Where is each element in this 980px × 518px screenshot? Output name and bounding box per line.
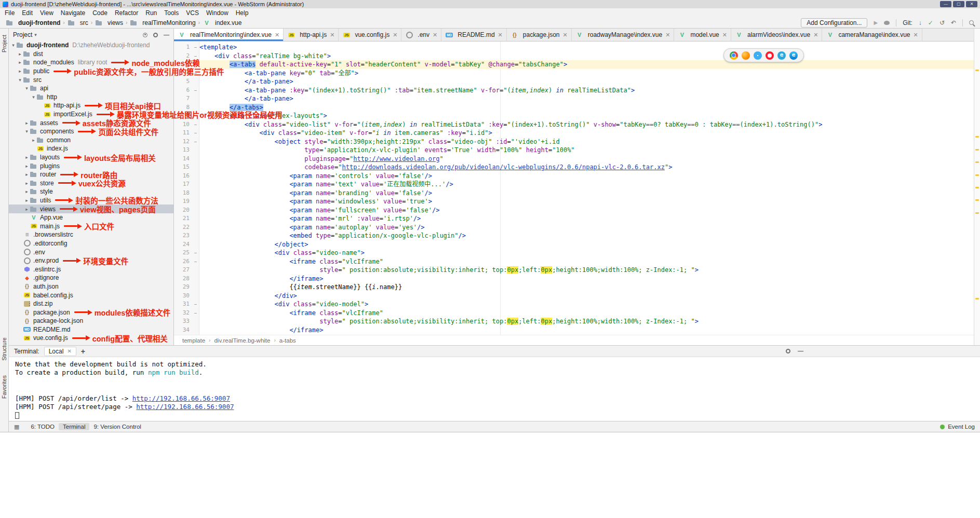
- tree-item-components[interactable]: ▾components页面公共组件文件: [9, 127, 173, 136]
- status-item-6-todo[interactable]: 6: TODO: [26, 423, 59, 430]
- menu-item-tools[interactable]: Tools: [160, 9, 182, 17]
- tree-item-layouts[interactable]: ▸layoutslayouts全局布局相关: [9, 153, 173, 162]
- event-log-button[interactable]: Event Log: [940, 424, 975, 430]
- tree-item-eslintrc-js[interactable]: .eslintrc.js: [9, 265, 173, 274]
- code-line-11[interactable]: 11− <div class="video-item" v-for="i in …: [174, 129, 974, 138]
- breadcrumb-item-src[interactable]: src: [66, 19, 90, 26]
- ie-icon[interactable]: e: [777, 51, 786, 60]
- code-line-24[interactable]: 24 </object>: [174, 240, 974, 249]
- editor-breadcrumb-item-a-tabs[interactable]: a-tabs: [279, 337, 296, 344]
- tree-item-api[interactable]: ▾api: [9, 84, 173, 93]
- code-line-28[interactable]: 28 </iframe>: [174, 275, 974, 283]
- tree-item-views[interactable]: ▸viewsview视图、pages页面: [9, 205, 173, 213]
- chevron-right-icon[interactable]: ▸: [24, 189, 30, 194]
- code-line-23[interactable]: 23 <embed type="application/x-google-vlc…: [174, 231, 974, 240]
- fold-icon[interactable]: −: [192, 249, 199, 257]
- tool-button-favorites[interactable]: Favorites: [1, 375, 7, 399]
- error-stripe[interactable]: [974, 29, 980, 345]
- code-line-32[interactable]: 32− <iframe class="vlcIframe": [174, 309, 974, 318]
- menu-item-edit[interactable]: Edit: [18, 9, 36, 17]
- code-line-19[interactable]: 19 <param name='windowless' value='true'…: [174, 197, 974, 206]
- code-line-15[interactable]: 15 codebase="http://downloads.videolan.o…: [174, 163, 974, 172]
- terminal-output[interactable]: Note that the development build is not o…: [9, 357, 980, 421]
- code-line-7[interactable]: 7 </a-tab-pane>: [174, 94, 974, 103]
- editor-tab-realtimemonitoring-index-vue[interactable]: realTimeMonitoring\index.vue✕: [174, 29, 284, 41]
- code-line-1[interactable]: 1−<template>: [174, 43, 974, 52]
- tool-windows-icon[interactable]: ▦: [14, 424, 19, 430]
- chevron-right-icon[interactable]: ▸: [24, 155, 30, 160]
- editor-tab-vue-config-js[interactable]: vue.config.js✕: [339, 29, 401, 41]
- status-item-9-version-control[interactable]: 9: Version Control: [89, 423, 145, 430]
- close-icon[interactable]: ✕: [722, 32, 727, 38]
- code-line-4[interactable]: 4− <a-tab-pane key="0" tab="全部">: [174, 69, 974, 78]
- code-line-12[interactable]: 12− <object style="width:390px;height:21…: [174, 138, 974, 146]
- chevron-right-icon[interactable]: ▸: [24, 207, 30, 212]
- editor-tab-package-json[interactable]: package.json✕: [507, 29, 572, 41]
- tree-item-env-prod[interactable]: .env.prod环境变量文件: [9, 256, 173, 265]
- editor-breadcrumb-item-div-realtime-bg-white[interactable]: div.realTime.bg-white: [214, 337, 270, 344]
- tree-item-src[interactable]: ▾src: [9, 75, 173, 84]
- chevron-down-icon[interactable]: ▾: [17, 77, 23, 83]
- code-line-34[interactable]: 34 </iframe>: [174, 326, 974, 335]
- gear-icon[interactable]: [153, 33, 158, 37]
- fold-icon[interactable]: −: [192, 138, 199, 146]
- tree-item-common[interactable]: ▸common: [9, 136, 173, 145]
- fold-icon[interactable]: −: [192, 43, 199, 52]
- tree-item-auth-json[interactable]: auth.json: [9, 282, 173, 291]
- terminal-tab-local[interactable]: Local ✕: [44, 347, 76, 356]
- code-line-30[interactable]: 30 </div>: [174, 292, 974, 301]
- chevron-right-icon[interactable]: ▸: [24, 198, 30, 203]
- menu-item-vcs[interactable]: VCS: [182, 9, 203, 17]
- fold-icon[interactable]: −: [192, 300, 199, 309]
- close-icon[interactable]: ✕: [393, 32, 397, 38]
- close-icon[interactable]: ✕: [498, 32, 503, 38]
- terminal-link[interactable]: http://192.168.66.56:9007: [136, 403, 234, 411]
- close-icon[interactable]: ✕: [67, 348, 71, 354]
- code-line-29[interactable]: 29 {{item.streetName}} {{i.name}}: [174, 283, 974, 292]
- code-line-17[interactable]: 17 <param name='text' value='正在加载视频中...'…: [174, 180, 974, 189]
- breadcrumb-item-views[interactable]: views: [93, 19, 125, 26]
- close-icon[interactable]: ✕: [966, 1, 977, 7]
- safari-icon[interactable]: [754, 51, 762, 60]
- breadcrumb-item-duoji-frontend[interactable]: duoji-frontend: [4, 19, 62, 26]
- fold-icon[interactable]: −: [192, 309, 199, 318]
- breadcrumb-item-index-vue[interactable]: index.vue: [201, 19, 243, 26]
- search-icon[interactable]: [969, 20, 974, 25]
- gear-icon[interactable]: [786, 349, 790, 353]
- maximize-icon[interactable]: ▢: [953, 1, 964, 7]
- menu-item-code[interactable]: Code: [89, 9, 111, 17]
- code-line-27[interactable]: 27 style=" position:absolute;visibility:…: [174, 266, 974, 275]
- breadcrumb-item-realtimemonitoring[interactable]: realTimeMonitoring: [128, 19, 197, 26]
- editor-breadcrumb-item-template[interactable]: template: [182, 337, 205, 344]
- menu-item-help[interactable]: Help: [232, 9, 252, 17]
- tree-item-main-js[interactable]: main.js入口文件: [9, 222, 173, 230]
- tool-button-structure[interactable]: Structure: [1, 337, 7, 361]
- menu-item-refactor[interactable]: Refactor: [111, 9, 142, 17]
- code-line-8[interactable]: 8 </a-tabs>: [174, 103, 974, 112]
- code-link[interactable]: http://downloads.videolan.org/pub/videol…: [342, 163, 665, 171]
- fold-icon[interactable]: −: [192, 86, 199, 95]
- minimize-icon[interactable]: —: [940, 1, 951, 7]
- editor-tab-readme-md[interactable]: README.md✕: [441, 29, 507, 41]
- project-panel-title[interactable]: Project: [13, 31, 32, 38]
- close-icon[interactable]: ✕: [813, 32, 818, 38]
- revert-icon[interactable]: ↶: [951, 19, 956, 26]
- fold-icon[interactable]: −: [192, 129, 199, 138]
- debug-icon[interactable]: [884, 21, 890, 25]
- code-link[interactable]: http://www.videolan.org: [353, 155, 439, 162]
- hide-panel-icon[interactable]: —: [164, 32, 169, 38]
- code-line-16[interactable]: 16 <param name='controls' value='false'/…: [174, 172, 974, 181]
- close-icon[interactable]: ✕: [433, 32, 437, 38]
- locate-file-icon[interactable]: [143, 33, 147, 37]
- fold-icon[interactable]: −: [192, 120, 199, 129]
- chevron-down-icon[interactable]: ▾: [31, 94, 36, 100]
- status-item-terminal[interactable]: Terminal: [59, 423, 89, 430]
- code-line-6[interactable]: 6− <a-tab-pane :key="(index+1).toString(…: [174, 86, 974, 95]
- editor-tab-cameramanage-index-vue[interactable]: cameraManage\index.vue✕: [822, 29, 922, 41]
- code-line-18[interactable]: 18 <param name='branding' value='false'/…: [174, 189, 974, 198]
- code-line-9[interactable]: 9− <div class="flex-layouts">: [174, 112, 974, 120]
- close-icon[interactable]: ✕: [330, 32, 334, 38]
- code-line-21[interactable]: 21 <param name='mrl' :value='i.rtsp'/>: [174, 214, 974, 223]
- chevron-down-icon[interactable]: ▾: [24, 129, 30, 134]
- edge-icon[interactable]: e: [789, 51, 798, 60]
